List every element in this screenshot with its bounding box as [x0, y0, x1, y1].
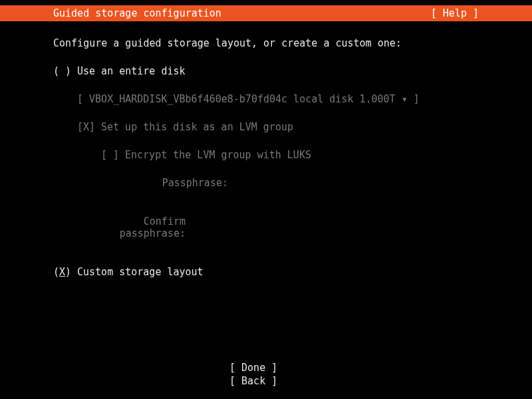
option-custom-layout[interactable]: (X) Custom storage layout	[53, 266, 479, 278]
disk-selector[interactable]: [ VBOX_HARDDISK_VBb6f460e8-b70fd04c loca…	[77, 93, 479, 105]
instruction-text: Configure a guided storage layout, or cr…	[53, 37, 479, 49]
label-luks: Encrypt the LVM group with LUKS	[125, 149, 311, 161]
checkbox-luks[interactable]: [ ]	[101, 149, 125, 161]
passphrase-label: Passphrase:	[125, 177, 228, 189]
done-button[interactable]: [ Done ]	[229, 362, 303, 374]
confirm-passphrase-label: Confirm passphrase:	[82, 215, 186, 239]
footer-buttons: [ Done ] [ Back ]	[0, 362, 532, 388]
option-lvm[interactable]: [X] Set up this disk as an LVM group	[77, 121, 479, 133]
content-area: Configure a guided storage layout, or cr…	[0, 21, 532, 278]
option-use-entire-disk[interactable]: ( ) Use an entire disk	[53, 65, 479, 77]
passphrase-row: Passphrase:	[125, 177, 479, 189]
back-button[interactable]: [ Back ]	[229, 375, 303, 387]
option-luks[interactable]: [ ] Encrypt the LVM group with LUKS	[101, 149, 479, 161]
radio-use-entire-disk[interactable]: ( )	[53, 65, 77, 77]
page-title: Guided storage configuration	[53, 7, 221, 19]
label-custom: Custom storage layout	[77, 266, 203, 278]
label-lvm: Set up this disk as an LVM group	[101, 121, 293, 133]
help-button[interactable]: [ Help ]	[431, 7, 479, 19]
checkbox-lvm[interactable]: [X]	[77, 121, 101, 133]
label-use-entire-disk: Use an entire disk	[77, 65, 186, 77]
confirm-passphrase-row: Confirm passphrase:	[82, 215, 479, 239]
radio-custom[interactable]: (X)	[53, 266, 77, 278]
header-bar: Guided storage configuration [ Help ]	[0, 5, 532, 21]
